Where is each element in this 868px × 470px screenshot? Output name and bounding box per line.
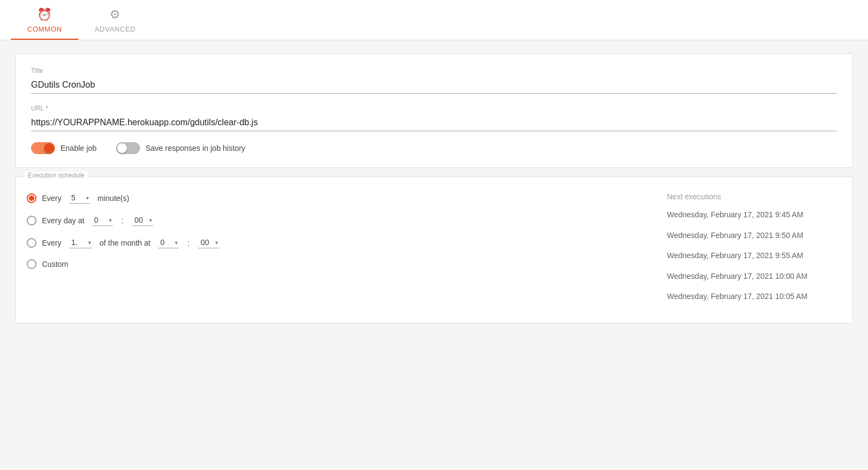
every-minute-select-wrapper[interactable]: 1 5 10 15 20 30 60 bbox=[69, 192, 90, 204]
enable-job-thumb bbox=[44, 143, 54, 153]
every-month-minute-wrapper[interactable]: 00 153045 bbox=[198, 237, 219, 248]
form-card: Title URL * Enable job bbox=[15, 53, 853, 168]
url-label: URL * bbox=[31, 105, 837, 112]
every-day-minute-wrapper[interactable]: 00 153045 bbox=[132, 215, 153, 226]
next-executions-title: Next executions bbox=[667, 192, 830, 201]
title-label: Title bbox=[31, 67, 837, 75]
tab-common[interactable]: ⏰ COMMON bbox=[11, 0, 78, 40]
tab-advanced-label: ADVANCED bbox=[95, 25, 136, 33]
radio-every-minute[interactable] bbox=[27, 193, 37, 203]
execution-item-2: Wednesday, February 17, 2021 9:55 AM bbox=[667, 251, 830, 261]
radio-row-day: Every day at 0 1234 5678 9101112 1314151… bbox=[27, 215, 656, 226]
custom-label: Custom bbox=[42, 260, 68, 268]
every-month-label-of: of the month at bbox=[100, 239, 150, 247]
url-input[interactable] bbox=[31, 114, 837, 131]
colon-day: : bbox=[122, 216, 124, 225]
every-month-hour-select[interactable]: 0 1236 1218 bbox=[158, 237, 179, 248]
title-input[interactable] bbox=[31, 77, 837, 94]
save-responses-toggle-item[interactable]: Save responses in job history bbox=[116, 142, 245, 154]
next-executions-panel: Next executions Wednesday, February 17, … bbox=[656, 192, 841, 312]
save-responses-label: Save responses in job history bbox=[145, 144, 245, 152]
toggles-row: Enable job Save responses in job history bbox=[31, 142, 837, 154]
execution-item-4: Wednesday, February 17, 2021 10:05 AM bbox=[667, 291, 830, 302]
alarm-icon: ⏰ bbox=[37, 8, 52, 22]
radio-every-day[interactable] bbox=[27, 216, 37, 225]
every-month-label-every: Every bbox=[42, 239, 62, 247]
every-month-day-wrapper[interactable]: 1. 2.3.4.5. 6.7.8.9. 10.15.20.25.28. bbox=[69, 237, 92, 248]
schedule-options: Every 1 5 10 15 20 30 60 bbox=[27, 192, 656, 312]
execution-item-3: Wednesday, February 17, 2021 10:00 AM bbox=[667, 271, 830, 282]
colon-month: : bbox=[187, 239, 190, 247]
enable-job-label: Enable job bbox=[60, 144, 96, 152]
every-day-label: Every day at bbox=[42, 216, 84, 225]
execution-item-1: Wednesday, February 17, 2021 9:50 AM bbox=[667, 230, 830, 241]
main-content: Title URL * Enable job bbox=[0, 40, 868, 337]
radio-custom[interactable] bbox=[27, 259, 37, 269]
every-month-day-select[interactable]: 1. 2.3.4.5. 6.7.8.9. 10.15.20.25.28. bbox=[69, 237, 92, 248]
save-responses-toggle[interactable] bbox=[116, 142, 140, 154]
every-minute-select[interactable]: 1 5 10 15 20 30 60 bbox=[69, 192, 90, 203]
every-minute-label-after: minute(s) bbox=[98, 194, 129, 203]
radio-row-minute: Every 1 5 10 15 20 30 60 bbox=[27, 192, 656, 204]
every-day-hour-select[interactable]: 0 1234 5678 9101112 13141516 17181920 21… bbox=[92, 215, 113, 225]
radio-every-month[interactable] bbox=[27, 238, 37, 248]
tab-advanced[interactable]: ⚙ ADVANCED bbox=[78, 0, 152, 40]
page-container: ⏰ COMMON ⚙ ADVANCED Title URL * bbox=[0, 0, 868, 470]
url-group: URL * bbox=[31, 105, 837, 131]
sliders-icon: ⚙ bbox=[110, 8, 121, 22]
enable-job-toggle[interactable] bbox=[31, 142, 55, 154]
every-month-hour-wrapper[interactable]: 0 1236 1218 bbox=[158, 237, 179, 248]
every-day-minute-select[interactable]: 00 153045 bbox=[132, 215, 153, 225]
schedule-body: Every 1 5 10 15 20 30 60 bbox=[16, 177, 852, 323]
schedule-legend: Execution schedule bbox=[25, 172, 88, 179]
tabs-bar: ⏰ COMMON ⚙ ADVANCED bbox=[0, 0, 868, 40]
execution-item-0: Wednesday, February 17, 2021 9:45 AM bbox=[667, 210, 830, 221]
every-minute-label-before: Every bbox=[42, 194, 62, 203]
radio-row-month: Every 1. 2.3.4.5. 6.7.8.9. 10.15.20.25.2… bbox=[27, 237, 656, 248]
radio-row-custom: Custom bbox=[27, 259, 656, 269]
every-month-minute-select[interactable]: 00 153045 bbox=[198, 237, 219, 248]
enable-job-toggle-item[interactable]: Enable job bbox=[31, 142, 96, 154]
tab-common-label: COMMON bbox=[27, 25, 62, 33]
every-day-hour-wrapper[interactable]: 0 1234 5678 9101112 13141516 17181920 21… bbox=[92, 215, 113, 226]
schedule-card: Execution schedule Every 1 5 10 15 bbox=[15, 176, 853, 323]
title-group: Title bbox=[31, 67, 837, 94]
